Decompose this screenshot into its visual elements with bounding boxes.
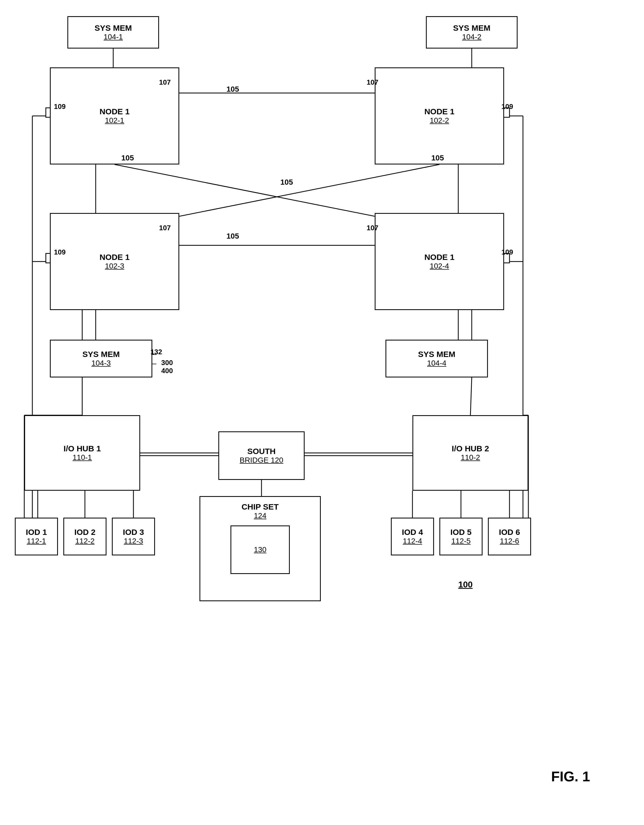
- sysmem-4: SYS MEM 104-4: [386, 340, 488, 377]
- label-109a: 109: [54, 102, 65, 111]
- label-105b: 105: [121, 154, 134, 162]
- iod-4: IOD 4 112-4: [391, 518, 434, 555]
- label-105e: 105: [226, 232, 239, 241]
- label-105a: 105: [226, 85, 239, 94]
- label-132: 132: [150, 348, 162, 356]
- iod-2: IOD 2 112-2: [63, 518, 107, 555]
- label-300: 300: [161, 358, 173, 367]
- diagram-container: SYS MEM 104-1 SYS MEM 104-2 NODE 1 102-1…: [0, 0, 644, 825]
- label-400: 400: [161, 367, 173, 375]
- svg-line-49: [470, 377, 472, 415]
- label-109d: 109: [501, 248, 513, 256]
- label-109b: 109: [501, 102, 513, 111]
- iod-1: IOD 1 112-1: [15, 518, 58, 555]
- iohub-1: I/O HUB 1 110-1: [24, 415, 140, 491]
- label-105c: 105: [431, 154, 444, 162]
- sysmem-2: SYS MEM 104-2: [426, 16, 517, 48]
- iohub-2: I/O HUB 2 110-2: [412, 415, 528, 491]
- node-2: NODE 1 102-2: [375, 67, 504, 164]
- fig-label: FIG. 1: [551, 768, 590, 785]
- chipset-inner: 130: [230, 525, 290, 574]
- label-100: 100: [458, 580, 473, 590]
- label-109c: 109: [54, 248, 65, 256]
- label-105d: 105: [280, 178, 293, 187]
- sysmem-1: SYS MEM 104-1: [67, 16, 159, 48]
- node-4: NODE 1 102-4: [375, 213, 504, 310]
- iod-5: IOD 5 112-5: [439, 518, 483, 555]
- label-107d: 107: [367, 224, 378, 232]
- iod-3: IOD 3 112-3: [112, 518, 155, 555]
- label-107c: 107: [159, 224, 171, 232]
- chipset: CHIP SET 124 130: [199, 496, 321, 601]
- sysmem-3: SYS MEM 104-3: [50, 340, 152, 377]
- iod-6: IOD 6 112-6: [488, 518, 531, 555]
- label-107a: 107: [159, 78, 171, 87]
- label-107b: 107: [367, 78, 378, 87]
- south-bridge: SOUTH BRIDGE 120: [218, 431, 304, 480]
